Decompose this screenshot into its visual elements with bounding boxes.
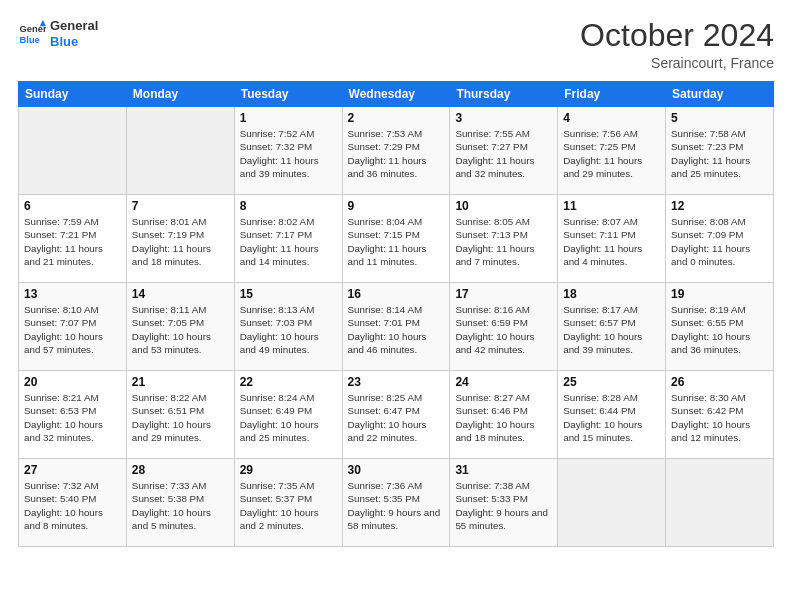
calendar-cell: 8Sunrise: 8:02 AMSunset: 7:17 PMDaylight… [234,195,342,283]
day-info: Sunrise: 8:24 AMSunset: 6:49 PMDaylight:… [240,391,337,444]
calendar-cell: 5Sunrise: 7:58 AMSunset: 7:23 PMDaylight… [666,107,774,195]
day-info: Sunrise: 7:38 AMSunset: 5:33 PMDaylight:… [455,479,552,532]
calendar-cell: 25Sunrise: 8:28 AMSunset: 6:44 PMDayligh… [558,371,666,459]
day-info: Sunrise: 8:27 AMSunset: 6:46 PMDaylight:… [455,391,552,444]
day-number: 15 [240,287,337,301]
month-title: October 2024 [580,18,774,53]
day-number: 10 [455,199,552,213]
page-header: General Blue General Blue October 2024 S… [18,18,774,71]
subtitle: Seraincourt, France [580,55,774,71]
day-number: 22 [240,375,337,389]
calendar-cell: 13Sunrise: 8:10 AMSunset: 7:07 PMDayligh… [19,283,127,371]
day-number: 2 [348,111,445,125]
day-number: 28 [132,463,229,477]
svg-text:Blue: Blue [20,35,40,45]
day-number: 11 [563,199,660,213]
calendar-cell: 31Sunrise: 7:38 AMSunset: 5:33 PMDayligh… [450,459,558,547]
day-number: 3 [455,111,552,125]
svg-marker-2 [40,20,46,26]
calendar-cell: 17Sunrise: 8:16 AMSunset: 6:59 PMDayligh… [450,283,558,371]
calendar-cell: 1Sunrise: 7:52 AMSunset: 7:32 PMDaylight… [234,107,342,195]
day-info: Sunrise: 8:21 AMSunset: 6:53 PMDaylight:… [24,391,121,444]
day-number: 20 [24,375,121,389]
day-info: Sunrise: 7:59 AMSunset: 7:21 PMDaylight:… [24,215,121,268]
day-number: 8 [240,199,337,213]
header-thursday: Thursday [450,82,558,107]
calendar-table: Sunday Monday Tuesday Wednesday Thursday… [18,81,774,547]
header-friday: Friday [558,82,666,107]
day-info: Sunrise: 7:55 AMSunset: 7:27 PMDaylight:… [455,127,552,180]
calendar-cell: 19Sunrise: 8:19 AMSunset: 6:55 PMDayligh… [666,283,774,371]
calendar-cell: 6Sunrise: 7:59 AMSunset: 7:21 PMDaylight… [19,195,127,283]
day-number: 19 [671,287,768,301]
header-row: Sunday Monday Tuesday Wednesday Thursday… [19,82,774,107]
day-number: 1 [240,111,337,125]
day-info: Sunrise: 8:25 AMSunset: 6:47 PMDaylight:… [348,391,445,444]
day-number: 5 [671,111,768,125]
calendar-cell: 24Sunrise: 8:27 AMSunset: 6:46 PMDayligh… [450,371,558,459]
day-info: Sunrise: 7:52 AMSunset: 7:32 PMDaylight:… [240,127,337,180]
day-info: Sunrise: 7:56 AMSunset: 7:25 PMDaylight:… [563,127,660,180]
header-sunday: Sunday [19,82,127,107]
day-number: 30 [348,463,445,477]
day-number: 7 [132,199,229,213]
calendar-body: 1Sunrise: 7:52 AMSunset: 7:32 PMDaylight… [19,107,774,547]
day-number: 27 [24,463,121,477]
calendar-cell: 29Sunrise: 7:35 AMSunset: 5:37 PMDayligh… [234,459,342,547]
day-info: Sunrise: 8:22 AMSunset: 6:51 PMDaylight:… [132,391,229,444]
calendar-cell [666,459,774,547]
calendar-cell: 12Sunrise: 8:08 AMSunset: 7:09 PMDayligh… [666,195,774,283]
day-info: Sunrise: 7:58 AMSunset: 7:23 PMDaylight:… [671,127,768,180]
header-monday: Monday [126,82,234,107]
title-area: October 2024 Seraincourt, France [580,18,774,71]
day-number: 25 [563,375,660,389]
day-info: Sunrise: 8:14 AMSunset: 7:01 PMDaylight:… [348,303,445,356]
logo: General Blue General Blue [18,18,98,49]
logo-line2: Blue [50,34,98,50]
day-info: Sunrise: 8:13 AMSunset: 7:03 PMDaylight:… [240,303,337,356]
calendar-cell [19,107,127,195]
day-number: 26 [671,375,768,389]
day-number: 13 [24,287,121,301]
day-info: Sunrise: 8:02 AMSunset: 7:17 PMDaylight:… [240,215,337,268]
day-number: 17 [455,287,552,301]
day-number: 18 [563,287,660,301]
day-info: Sunrise: 7:32 AMSunset: 5:40 PMDaylight:… [24,479,121,532]
header-wednesday: Wednesday [342,82,450,107]
calendar-header: Sunday Monday Tuesday Wednesday Thursday… [19,82,774,107]
calendar-cell: 18Sunrise: 8:17 AMSunset: 6:57 PMDayligh… [558,283,666,371]
day-info: Sunrise: 8:30 AMSunset: 6:42 PMDaylight:… [671,391,768,444]
calendar-week-2: 6Sunrise: 7:59 AMSunset: 7:21 PMDaylight… [19,195,774,283]
day-info: Sunrise: 8:07 AMSunset: 7:11 PMDaylight:… [563,215,660,268]
calendar-cell: 7Sunrise: 8:01 AMSunset: 7:19 PMDaylight… [126,195,234,283]
day-info: Sunrise: 8:10 AMSunset: 7:07 PMDaylight:… [24,303,121,356]
day-info: Sunrise: 8:28 AMSunset: 6:44 PMDaylight:… [563,391,660,444]
calendar-cell: 16Sunrise: 8:14 AMSunset: 7:01 PMDayligh… [342,283,450,371]
calendar-cell [126,107,234,195]
calendar-cell: 21Sunrise: 8:22 AMSunset: 6:51 PMDayligh… [126,371,234,459]
calendar-cell: 22Sunrise: 8:24 AMSunset: 6:49 PMDayligh… [234,371,342,459]
day-info: Sunrise: 8:11 AMSunset: 7:05 PMDaylight:… [132,303,229,356]
header-tuesday: Tuesday [234,82,342,107]
calendar-cell: 27Sunrise: 7:32 AMSunset: 5:40 PMDayligh… [19,459,127,547]
day-number: 16 [348,287,445,301]
day-number: 24 [455,375,552,389]
header-saturday: Saturday [666,82,774,107]
calendar-cell: 4Sunrise: 7:56 AMSunset: 7:25 PMDaylight… [558,107,666,195]
calendar-cell: 30Sunrise: 7:36 AMSunset: 5:35 PMDayligh… [342,459,450,547]
day-info: Sunrise: 7:36 AMSunset: 5:35 PMDaylight:… [348,479,445,532]
day-number: 14 [132,287,229,301]
day-number: 6 [24,199,121,213]
calendar-week-4: 20Sunrise: 8:21 AMSunset: 6:53 PMDayligh… [19,371,774,459]
day-info: Sunrise: 8:17 AMSunset: 6:57 PMDaylight:… [563,303,660,356]
calendar-week-1: 1Sunrise: 7:52 AMSunset: 7:32 PMDaylight… [19,107,774,195]
logo-line1: General [50,18,98,34]
calendar-cell: 9Sunrise: 8:04 AMSunset: 7:15 PMDaylight… [342,195,450,283]
calendar-cell: 26Sunrise: 8:30 AMSunset: 6:42 PMDayligh… [666,371,774,459]
calendar-week-5: 27Sunrise: 7:32 AMSunset: 5:40 PMDayligh… [19,459,774,547]
day-info: Sunrise: 7:33 AMSunset: 5:38 PMDaylight:… [132,479,229,532]
calendar-cell: 2Sunrise: 7:53 AMSunset: 7:29 PMDaylight… [342,107,450,195]
day-number: 31 [455,463,552,477]
day-info: Sunrise: 8:16 AMSunset: 6:59 PMDaylight:… [455,303,552,356]
day-info: Sunrise: 8:19 AMSunset: 6:55 PMDaylight:… [671,303,768,356]
